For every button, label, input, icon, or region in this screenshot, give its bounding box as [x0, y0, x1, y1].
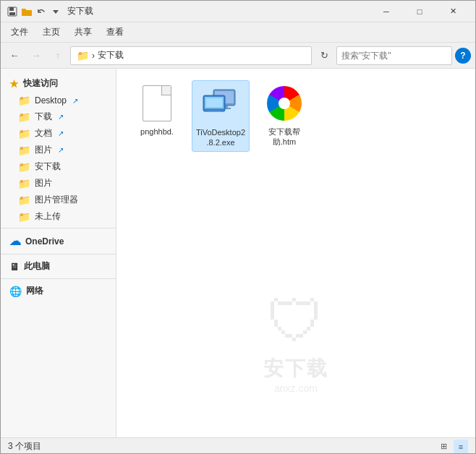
- menu-home[interactable]: 主页: [35, 23, 67, 41]
- undo-icon[interactable]: [35, 6, 47, 17]
- svg-rect-1: [9, 7, 14, 11]
- pin-icon-pictures: ↗: [58, 146, 64, 154]
- svg-rect-2: [9, 12, 15, 15]
- address-separator: ›: [92, 51, 95, 61]
- watermark-text: 安下载: [263, 355, 328, 382]
- quick-access-header: ★ 快速访问: [1, 74, 116, 93]
- folder-icon-desktop: 📁: [18, 95, 30, 106]
- file-icon-wrapper-tivo: [200, 84, 241, 124]
- title-bar-controls: ─ □ ✕: [370, 1, 469, 22]
- dropdown-icon[interactable]: [50, 6, 61, 17]
- svg-rect-14: [208, 110, 221, 111]
- sidebar: ★ 快速访问 📁 Desktop ↗ 📁 下载 ↗ 📁 文档 ↗ 📁 图片 ↗ …: [1, 69, 116, 437]
- sidebar-item-pictures2[interactable]: 📁 图片: [1, 175, 116, 192]
- window-title: 安下载: [67, 5, 370, 17]
- sidebar-divider-2: [1, 254, 116, 254]
- pin-icon-documents: ↗: [58, 129, 64, 137]
- pin-icon-downloads: ↗: [58, 113, 64, 121]
- svg-marker-3: [53, 10, 59, 14]
- address-path: 安下载: [98, 49, 124, 61]
- title-bar-icons: [7, 6, 61, 17]
- menu-view[interactable]: 查看: [99, 23, 131, 41]
- sidebar-item-documents[interactable]: 📁 文档 ↗: [1, 125, 116, 142]
- file-label-tivo: TiVoDesktop2.8.2.exe: [195, 127, 246, 148]
- sidebar-item-anxz[interactable]: 📁 安下载: [1, 158, 116, 175]
- folder-icon-picmgr: 📁: [18, 194, 30, 206]
- item-count: 3 个项目: [8, 440, 41, 453]
- minimize-button[interactable]: ─: [370, 1, 403, 22]
- svg-rect-12: [206, 98, 222, 107]
- sidebar-item-downloads[interactable]: 📁 下载 ↗: [1, 108, 116, 125]
- close-button[interactable]: ✕: [436, 1, 469, 22]
- content-area: pnghhbd.: [116, 69, 475, 437]
- search-input[interactable]: [341, 51, 450, 61]
- menu-share[interactable]: 共享: [67, 23, 99, 41]
- folder-icon-pictures: 📁: [18, 145, 30, 156]
- sidebar-item-pictures[interactable]: 📁 图片 ↗: [1, 142, 116, 158]
- folder-icon-pictures2: 📁: [18, 178, 30, 189]
- sidebar-divider-1: [1, 228, 116, 228]
- maximize-button[interactable]: □: [403, 1, 436, 22]
- main-layout: ★ 快速访问 📁 Desktop ↗ 📁 下载 ↗ 📁 文档 ↗ 📁 图片 ↗ …: [1, 69, 475, 437]
- search-box[interactable]: [336, 46, 452, 65]
- title-bar: 安下载 ─ □ ✕: [1, 1, 475, 22]
- pc-icon: 🖥: [9, 261, 20, 273]
- status-bar: 3 个项目 ⊞ ≡: [1, 437, 475, 454]
- back-button[interactable]: ←: [5, 46, 24, 65]
- view-icons-button[interactable]: ⊞: [436, 440, 451, 454]
- folder-icon-upload: 📁: [18, 211, 30, 223]
- folder-icon-anxz: 📁: [18, 161, 30, 173]
- file-grid: pnghhbd.: [128, 80, 464, 152]
- watermark-bag-icon: 🛡: [267, 288, 325, 355]
- file-item-tivo[interactable]: TiVoDesktop2.8.2.exe: [192, 80, 250, 152]
- file-item-help[interactable]: 安下载帮助.htm: [255, 80, 313, 152]
- watermark: 🛡 安下载 anxz.com: [263, 288, 328, 394]
- onedrive-item[interactable]: ☁ OneDrive: [1, 231, 116, 251]
- sidebar-item-upload[interactable]: 📁 未上传: [1, 208, 116, 225]
- tivo-exe-icon: [200, 85, 241, 123]
- forward-button[interactable]: →: [27, 46, 46, 65]
- folder-icon-downloads: 📁: [18, 111, 30, 123]
- star-icon: ★: [9, 78, 19, 90]
- address-bar[interactable]: 📁 › 安下载: [70, 46, 312, 65]
- menu-bar: 文件 主页 共享 查看: [1, 22, 475, 43]
- sidebar-item-picmgr[interactable]: 📁 图片管理器: [1, 192, 116, 208]
- refresh-button[interactable]: ↻: [315, 46, 333, 65]
- file-label-help: 安下载帮助.htm: [258, 127, 310, 147]
- status-view-controls: ⊞ ≡: [436, 440, 468, 454]
- generic-file-icon: [143, 85, 171, 121]
- file-label-pnghhbd: pnghhbd.: [140, 127, 174, 137]
- file-icon-wrapper-help: [264, 83, 305, 124]
- colorful-circle-icon: [267, 86, 302, 121]
- help-button[interactable]: ?: [455, 48, 471, 64]
- sidebar-item-desktop[interactable]: 📁 Desktop ↗: [1, 93, 116, 108]
- pin-icon-desktop: ↗: [72, 97, 78, 105]
- address-breadcrumb: 📁 › 安下载: [77, 49, 124, 61]
- colorful-inner-circle: [279, 98, 290, 109]
- cloud-icon: ☁: [9, 234, 21, 248]
- thispc-item[interactable]: 🖥 此电脑: [1, 257, 116, 275]
- view-list-button[interactable]: ≡: [454, 440, 468, 454]
- save-icon[interactable]: [7, 6, 18, 17]
- folder-icon[interactable]: [21, 6, 33, 17]
- folder-icon-documents: 📁: [18, 128, 30, 140]
- address-folder-icon: 📁: [77, 50, 89, 61]
- network-item[interactable]: 🌐 网络: [1, 282, 116, 300]
- menu-file[interactable]: 文件: [4, 23, 35, 41]
- watermark-sub: anxz.com: [274, 382, 318, 394]
- file-icon-wrapper-pnghhbd: [137, 83, 177, 124]
- toolbar: ← → ↑ 📁 › 安下载 ↻ ?: [1, 43, 475, 69]
- up-button[interactable]: ↑: [48, 46, 67, 65]
- file-item-pnghhbd[interactable]: pnghhbd.: [128, 80, 186, 152]
- network-icon: 🌐: [9, 286, 22, 297]
- sidebar-divider-3: [1, 278, 116, 279]
